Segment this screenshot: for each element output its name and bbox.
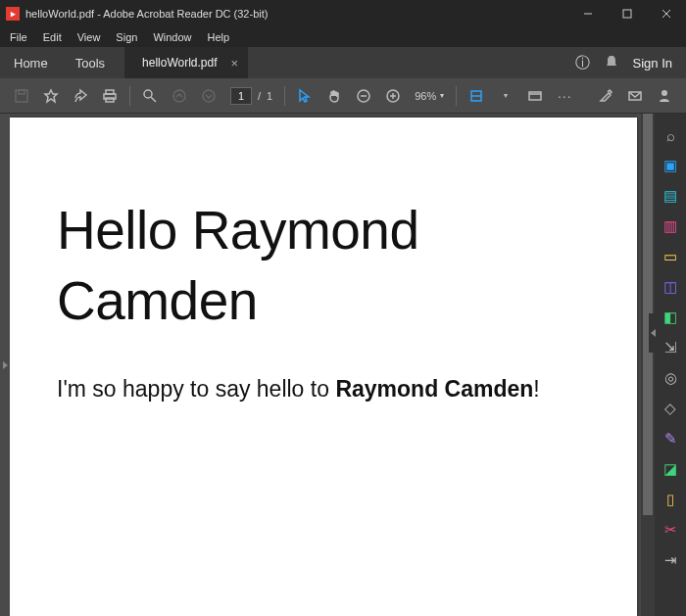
zoom-tool-button[interactable]	[136, 82, 164, 110]
redact-icon[interactable]: ◎	[657, 364, 684, 392]
zoom-in-button[interactable]	[379, 82, 407, 110]
svg-rect-5	[19, 90, 24, 94]
menu-window[interactable]: Window	[147, 29, 197, 45]
signin-button[interactable]: Sign In	[633, 56, 672, 71]
svg-point-9	[144, 90, 152, 98]
menu-edit[interactable]: Edit	[37, 29, 68, 45]
page-sep: /	[258, 90, 261, 102]
selection-tool-button[interactable]	[291, 82, 318, 110]
window-controls	[568, 0, 686, 27]
tools-button[interactable]: Tools	[62, 47, 119, 78]
fit-width-button[interactable]	[463, 82, 490, 110]
maximize-button[interactable]	[608, 0, 647, 27]
title-bar: ▸ helloWorld.pdf - Adobe Acrobat Reader …	[0, 0, 686, 27]
organize-icon[interactable]: ◧	[657, 304, 684, 331]
svg-rect-4	[16, 90, 27, 102]
tab-close-icon[interactable]: ×	[231, 56, 239, 71]
document-body: I'm so happy to say hello to Raymond Cam…	[57, 373, 590, 404]
svg-line-10	[151, 97, 156, 102]
create-pdf-icon[interactable]: ▥	[657, 213, 684, 240]
export-icon[interactable]: ▯	[657, 486, 684, 513]
minimize-button[interactable]	[568, 0, 608, 27]
svg-rect-8	[106, 98, 114, 102]
read-mode-button[interactable]	[521, 82, 549, 110]
help-icon[interactable]: ⓘ	[575, 54, 590, 72]
menu-view[interactable]: View	[72, 29, 107, 45]
maximize-icon	[622, 9, 632, 19]
highlight-button[interactable]	[592, 82, 619, 110]
right-tools-panel: ⌕▣▤▥▭◫◧⇲◎◇✎◪▯✂⇥	[655, 114, 686, 616]
more-button[interactable]: ···	[551, 82, 578, 110]
export-pdf-icon[interactable]: ▣	[657, 152, 684, 179]
svg-point-11	[173, 90, 185, 102]
chevron-right-icon	[3, 361, 8, 369]
edit-pdf-icon[interactable]: ▤	[657, 182, 684, 210]
zoom-value: 96%	[415, 90, 436, 102]
page-nav: / 1	[230, 87, 272, 105]
combine-icon[interactable]: ◫	[657, 273, 684, 301]
page-up-button[interactable]	[166, 82, 193, 110]
page-down-button[interactable]	[195, 82, 222, 110]
minimize-icon	[583, 9, 593, 19]
page-input[interactable]	[230, 87, 252, 105]
page-viewport[interactable]: Hello Raymond Camden I'm so happy to say…	[10, 114, 641, 616]
comment-icon[interactable]: ▭	[657, 243, 684, 270]
close-icon	[662, 9, 671, 19]
svg-point-23	[662, 90, 667, 96]
compress-icon[interactable]: ⇲	[657, 334, 684, 361]
protect-icon[interactable]: ◇	[657, 395, 684, 422]
fit-page-dropdown[interactable]: ▾	[492, 82, 519, 110]
notifications-icon[interactable]	[604, 54, 619, 72]
more-tools-icon[interactable]: ✂	[657, 516, 684, 544]
save-button[interactable]	[8, 82, 35, 110]
menu-bar: File Edit View Sign Window Help	[0, 27, 686, 47]
people-button[interactable]	[651, 82, 678, 110]
sign-tool-icon[interactable]: ✎	[657, 425, 684, 452]
right-panel-toggle[interactable]	[649, 313, 657, 353]
pdf-page: Hello Raymond Camden I'm so happy to say…	[10, 118, 637, 616]
app-icon: ▸	[6, 7, 20, 21]
document-tab[interactable]: helloWorld.pdf ×	[124, 47, 248, 78]
search-tool-icon[interactable]: ⌕	[657, 121, 684, 149]
star-button[interactable]	[37, 82, 65, 110]
vertical-scrollbar[interactable]	[641, 114, 655, 616]
menu-file[interactable]: File	[4, 29, 33, 45]
toolbar: / 1 96% ▾ ▾ ···	[0, 78, 686, 114]
close-button[interactable]	[647, 0, 686, 27]
svg-rect-20	[529, 92, 541, 100]
print-button[interactable]	[96, 82, 123, 110]
left-panel-toggle[interactable]	[0, 114, 10, 616]
expand-icon[interactable]: ⇥	[657, 546, 684, 574]
home-button[interactable]: Home	[0, 47, 62, 78]
window-title: helloWorld.pdf - Adobe Acrobat Reader DC…	[25, 8, 268, 20]
menu-sign[interactable]: Sign	[110, 29, 143, 45]
zoom-out-button[interactable]	[350, 82, 377, 110]
share-button[interactable]	[67, 82, 94, 110]
svg-point-12	[203, 90, 215, 102]
hand-tool-button[interactable]	[320, 82, 348, 110]
document-heading: Hello Raymond Camden	[57, 196, 590, 336]
zoom-level[interactable]: 96% ▾	[409, 90, 450, 102]
chevron-down-icon: ▾	[440, 91, 444, 100]
convert-icon[interactable]: ◪	[657, 455, 684, 483]
document-tab-label: helloWorld.pdf	[142, 56, 218, 70]
chevron-left-icon	[651, 329, 656, 337]
page-total: 1	[267, 90, 272, 102]
menu-help[interactable]: Help	[202, 29, 236, 45]
svg-rect-1	[623, 10, 631, 18]
email-button[interactable]	[621, 82, 649, 110]
main-area: Hello Raymond Camden I'm so happy to say…	[0, 114, 686, 616]
tab-row: Home Tools helloWorld.pdf × ⓘ Sign In	[0, 47, 686, 78]
